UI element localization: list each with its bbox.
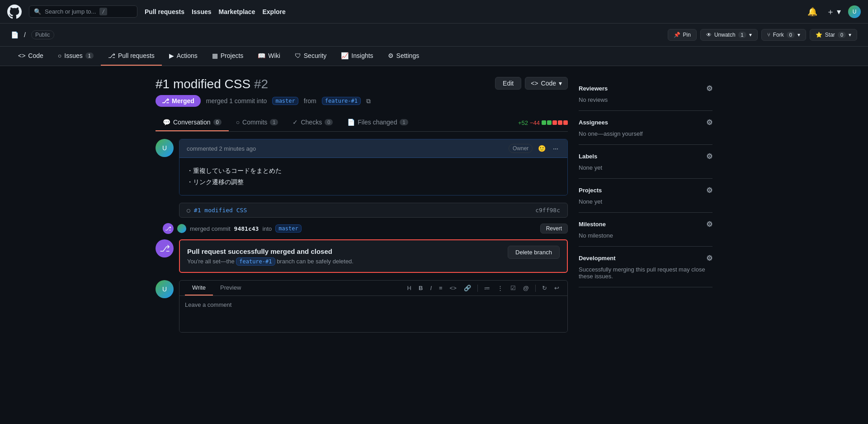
actions-icon: ▶ — [169, 52, 174, 59]
milestone-gear-icon[interactable]: ⚙ — [706, 220, 712, 229]
nav-wiki[interactable]: 📖 Wiki — [250, 47, 287, 66]
commit-link[interactable]: #1 modified CSS — [194, 207, 247, 214]
nav-security[interactable]: 🛡 Security — [288, 47, 334, 66]
target-branch-tag[interactable]: master — [272, 97, 298, 105]
merged-success-desc: You're all set—the feature-#1 branch can… — [187, 258, 560, 265]
tab-commits[interactable]: ○ Commits 1 — [229, 114, 286, 131]
sidebar-development: Development ⚙ Successfully merging this … — [579, 247, 712, 287]
merged-success-title: Pull request successfully merged and clo… — [187, 248, 560, 255]
comment-more-button[interactable]: ··· — [551, 143, 560, 154]
fork-count: 0 — [787, 32, 795, 38]
repo-book-icon: 📄 — [11, 31, 19, 38]
notifications-bell[interactable]: 🔔 — [806, 5, 819, 19]
code-btn[interactable]: <> — [447, 283, 459, 293]
github-logo[interactable] — [7, 5, 22, 19]
star-button[interactable]: ⭐ Star 0 ▾ — [810, 29, 857, 41]
repo-actions: 📌 Pin 👁 Unwatch 1 ▾ ⑂ Fork 0 ▾ ⭐ Star 0 … — [668, 29, 857, 41]
redo-btn[interactable]: ↻ — [539, 283, 550, 293]
code-dropdown-button[interactable]: <> Code ▾ — [525, 77, 568, 90]
comment-editor[interactable]: Write Preview H B I ≡ <> 🔗 ≔ ⋮ ☑ @ — [179, 280, 568, 333]
delete-branch-button[interactable]: Delete branch — [508, 246, 560, 259]
nav-marketplace[interactable]: Marketplace — [219, 8, 255, 15]
reviewers-gear-icon[interactable]: ⚙ — [706, 84, 712, 93]
comment-content: ・重複しているコードをまとめた ・リンク遷移の調整 — [179, 158, 567, 195]
pin-button[interactable]: 📌 Pin — [668, 29, 697, 41]
development-gear-icon[interactable]: ⚙ — [706, 254, 712, 262]
nav-actions[interactable]: ▶ Actions — [162, 47, 205, 66]
nav-pull-requests[interactable]: Pull requests — [145, 8, 184, 15]
nav-settings[interactable]: ⚙ Settings — [381, 47, 427, 66]
tab-conversation[interactable]: 💬 Conversation 0 — [156, 114, 229, 131]
projects-gear-icon[interactable]: ⚙ — [706, 186, 712, 195]
settings-icon: ⚙ — [388, 52, 394, 59]
comment-textarea[interactable]: Leave a comment — [179, 296, 567, 332]
write-comment-section: U Write Preview H B I ≡ <> 🔗 ≔ ⋮ — [156, 280, 568, 333]
write-tab[interactable]: Write — [185, 281, 213, 295]
conversation-badge: 0 — [213, 119, 222, 125]
pr-title-row: #1 modified CSS #2 Edit <> Code ▾ — [156, 77, 568, 91]
nav-explore[interactable]: Explore — [262, 8, 285, 15]
fork-button[interactable]: ⑂ Fork 0 ▾ — [761, 29, 806, 41]
toolbar-separator-1 — [477, 285, 478, 292]
nav-insights[interactable]: 📈 Insights — [334, 47, 380, 66]
checks-icon: ✓ — [292, 119, 298, 126]
pr-title: #1 modified CSS #2 — [156, 77, 268, 91]
unordered-list-btn[interactable]: ≔ — [481, 283, 493, 293]
milestone-header: Milestone ⚙ — [579, 220, 712, 229]
source-branch-tag[interactable]: feature-#1 — [322, 97, 361, 105]
link-btn[interactable]: 🔗 — [461, 283, 474, 293]
undo-btn[interactable]: ↩ — [552, 283, 562, 293]
commit-entry: ○ #1 modified CSS c9ff98c — [179, 203, 568, 218]
merge-event: ⎇ merged commit 9481c43 into master Reve… — [163, 223, 568, 234]
nav-issues[interactable]: ○ Issues 1 — [51, 47, 101, 66]
pr-main: #1 modified CSS #2 Edit <> Code ▾ ⎇ Merg… — [156, 77, 568, 333]
preview-tab[interactable]: Preview — [213, 281, 248, 295]
watch-count: 1 — [738, 32, 746, 38]
copy-branch-icon[interactable]: ⧉ — [366, 97, 371, 105]
task-list-btn[interactable]: ☑ — [508, 283, 519, 293]
mention-btn[interactable]: @ — [520, 283, 532, 293]
italic-btn[interactable]: I — [427, 283, 434, 293]
deleted-branch-tag[interactable]: feature-#1 — [236, 257, 275, 266]
list-btn[interactable]: ≡ — [436, 283, 445, 293]
reviewers-value: No reviews — [579, 96, 712, 103]
tab-checks[interactable]: ✓ Checks 0 — [285, 114, 340, 131]
nav-code[interactable]: <> Code — [11, 47, 51, 66]
top-nav-right: 🔔 ＋ ▾ U — [806, 5, 861, 19]
diff-block-3 — [552, 120, 557, 125]
toolbar-separator-2 — [535, 285, 536, 292]
repo-breadcrumb: 📄 / Public — [11, 30, 54, 39]
user-avatar[interactable]: U — [848, 5, 861, 18]
revert-button[interactable]: Revert — [540, 224, 568, 233]
sidebar-reviewers: Reviewers ⚙ No reviews — [579, 77, 712, 111]
comment-header-right: Owner 🙂 ··· — [509, 143, 560, 154]
nav-issues[interactable]: Issues — [192, 8, 212, 15]
merger-avatar — [177, 224, 186, 233]
checks-badge: 0 — [325, 119, 333, 125]
emoji-reaction-button[interactable]: 🙂 — [536, 143, 547, 154]
labels-value: None yet — [579, 164, 712, 171]
ordered-list-btn[interactable]: ⋮ — [495, 283, 506, 293]
search-box[interactable]: 🔍 Search or jump to... / — [29, 5, 137, 18]
nav-projects[interactable]: ▦ Projects — [205, 47, 251, 66]
watch-button[interactable]: 👁 Unwatch 1 ▾ — [700, 29, 758, 41]
comment-time: commented 2 minutes ago — [187, 145, 256, 152]
projects-value: None yet — [579, 198, 712, 205]
commits-icon: ○ — [236, 119, 240, 126]
labels-gear-icon[interactable]: ⚙ — [706, 152, 712, 161]
milestone-value: No milestone — [579, 232, 712, 239]
assignees-gear-icon[interactable]: ⚙ — [706, 118, 712, 127]
star-count: 0 — [838, 32, 846, 38]
merged-badge: ⎇ Merged — [156, 95, 201, 107]
merge-target-branch[interactable]: master — [275, 224, 301, 233]
create-new-button[interactable]: ＋ ▾ — [825, 5, 843, 19]
pr-sidebar: Reviewers ⚙ No reviews Assignees ⚙ No on… — [579, 77, 712, 333]
merge-status-icon: ⎇ — [162, 97, 169, 105]
edit-button[interactable]: Edit — [495, 77, 521, 90]
tab-files-changed[interactable]: 📄 Files changed 1 — [340, 114, 415, 131]
bold-btn[interactable]: B — [416, 283, 425, 293]
nav-pull-requests[interactable]: ⎇ Pull requests — [101, 47, 162, 66]
heading-btn[interactable]: H — [405, 283, 414, 293]
issues-icon: ○ — [58, 52, 61, 59]
visibility-badge: Public — [31, 30, 54, 39]
